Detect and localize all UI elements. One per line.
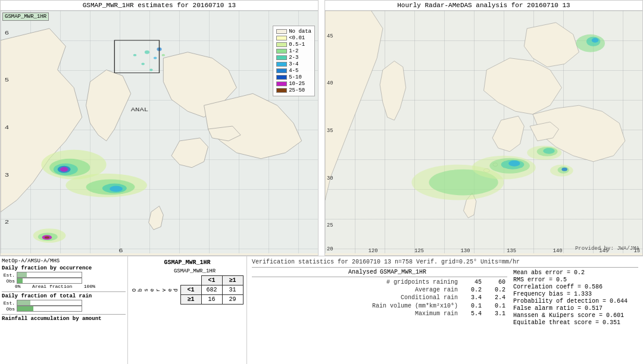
svg-point-46 xyxy=(561,168,567,171)
right-map-title: Hourly Radar-AMeDAS analysis for 2016071… xyxy=(325,1,642,11)
legend-item-1025: 10-25 xyxy=(276,81,311,87)
bar-track-est2 xyxy=(17,300,82,306)
svg-text:2: 2 xyxy=(5,219,9,225)
stat-mean-abs-error: Mean abs error = 0.2 xyxy=(513,269,638,276)
contingency-cell-22: 29 xyxy=(222,295,243,305)
xaxis-end-1: 100% xyxy=(84,284,95,289)
stats-row-maxrain: Maximum rain 5.4 3.1 xyxy=(252,310,507,318)
legend-item-510: 5-10 xyxy=(276,74,311,80)
stats-col-gsmap: GSMAP_MWR_1HR xyxy=(380,269,416,275)
gsmap-tag: GSMAP_MWR_1HR xyxy=(2,12,49,21)
legend-color-001 xyxy=(276,36,287,40)
stats-left-section: Analysed GSMAP_MWR_1HR # gridpoints rain… xyxy=(252,269,507,327)
chart-total-rain: Daily fraction of total rain Est. Obs xyxy=(2,293,126,312)
stats-val1-avgrain: 0.2 xyxy=(460,286,483,294)
left-map-content: 6 5 4 3 2 6 ANAL GSMAP_MWR_1HR xyxy=(1,11,318,253)
stats-label-maxrain: Maximum rain xyxy=(252,310,460,318)
svg-text:25: 25 xyxy=(327,222,333,228)
svg-text:140: 140 xyxy=(553,248,563,253)
top-row: GSMAP_MWR_1HR estimates for 20160710 13 xyxy=(0,0,643,256)
stats-row-gridpoints: # gridpoints raining 45 60 xyxy=(252,278,507,286)
contingency-row-header-1: <1 xyxy=(180,285,201,295)
legend-color-nodata xyxy=(276,29,287,34)
svg-text:45: 45 xyxy=(327,33,333,39)
svg-text:20: 20 xyxy=(327,246,333,252)
chart2-title: Daily fraction of total rain xyxy=(2,293,126,299)
svg-text:6: 6 xyxy=(118,248,123,253)
svg-point-34 xyxy=(592,38,599,43)
legend-label-12: 1-2 xyxy=(289,48,298,54)
contingency-wrapper: GSMAP_MWR_1HR Observed <1 ≥1 <1 682 xyxy=(131,268,244,305)
chart1-title: Daily fraction by occurrence xyxy=(2,265,126,271)
bar-row-obs1: Obs xyxy=(2,278,126,284)
verification-header: Verification statistics for 20160710 13 … xyxy=(252,259,638,265)
stats-label-avgrain: Average rain xyxy=(252,286,460,294)
left-map-title: GSMAP_MWR_1HR estimates for 20160710 13 xyxy=(1,1,318,11)
stats-row-condrain: Conditional rain 3.4 2.4 xyxy=(252,294,507,302)
stat-equitable-threat: Equitable threat score = 0.351 xyxy=(513,319,638,326)
stats-divider xyxy=(252,267,638,268)
bar-row-est1: Est. xyxy=(2,272,126,278)
stats-label-gridpoints: # gridpoints raining xyxy=(252,278,460,286)
legend-item-nodata: No data xyxy=(276,29,311,34)
legend-label-510: 5-10 xyxy=(289,74,302,80)
contingency-header-row: <1 ≥1 xyxy=(180,276,243,285)
right-map-svg: 45 40 35 30 25 20 120 125 130 135 140 14… xyxy=(325,11,642,253)
xaxis-labels-1: 0% Areal fraction 100% xyxy=(15,284,95,289)
contingency-col-header-1: <1 xyxy=(201,276,222,285)
bar-fill-est1 xyxy=(17,272,27,277)
divider-2 xyxy=(2,314,126,315)
legend-item-12: 1-2 xyxy=(276,48,311,54)
svg-text:40: 40 xyxy=(327,80,333,86)
bar-fill-obs2 xyxy=(17,306,33,311)
chart-occurrence: Daily fraction by occurrence Est. Obs 0%… xyxy=(2,265,126,289)
stats-val2-avgrain: 0.2 xyxy=(483,286,507,294)
legend-label-05: 0.5-1 xyxy=(289,42,305,48)
legend-item-2550: 25-50 xyxy=(276,87,311,93)
svg-point-5 xyxy=(149,69,152,71)
left-map-svg: 6 5 4 3 2 6 ANAL xyxy=(1,11,318,253)
legend-item-45: 4-5 xyxy=(276,68,311,74)
stats-right-section: Mean abs error = 0.2 RMS error = 0.5 Cor… xyxy=(513,269,638,327)
stats-val1-maxrain: 5.4 xyxy=(460,310,483,318)
bar-track-est1 xyxy=(17,272,82,278)
bar-fill-est2 xyxy=(17,300,30,305)
bottom-stats-panel: Verification statistics for 20160710 13 … xyxy=(247,256,643,364)
stat-corr-coeff: Correlation coeff = 0.586 xyxy=(513,284,638,290)
legend-item-34: 3-4 xyxy=(276,61,311,67)
legend-color-05 xyxy=(276,42,287,47)
stats-main-table: # gridpoints raining 45 60 Average rain … xyxy=(252,278,507,318)
legend-color-34 xyxy=(276,62,287,67)
bar-track-obs2 xyxy=(17,306,82,312)
svg-point-40 xyxy=(508,161,520,167)
legend-label-34: 3-4 xyxy=(289,61,298,67)
observed-vertical-label: Observed xyxy=(132,288,179,291)
svg-text:130: 130 xyxy=(461,248,470,253)
contingency-title: GSMAP_MWR_1HR xyxy=(131,259,244,266)
svg-point-1 xyxy=(145,51,149,54)
right-map-panel: Hourly Radar-AMeDAS analysis for 2016071… xyxy=(324,0,643,256)
legend-label-45: 4-5 xyxy=(289,68,298,74)
legend-color-510 xyxy=(276,75,287,80)
provided-by-label: Provided by: JWA/JMA xyxy=(575,246,639,252)
contingency-inner: Observed <1 ≥1 <1 682 31 xyxy=(132,275,244,305)
stat-false-alarm-ratio: False alarm ratio = 0.517 xyxy=(513,305,638,312)
svg-point-43 xyxy=(543,148,554,154)
stats-row-avgrain: Average rain 0.2 0.2 xyxy=(252,286,507,294)
legend-item-05: 0.5-1 xyxy=(276,42,311,48)
legend-color-2550 xyxy=(276,88,287,93)
svg-point-3 xyxy=(141,63,144,65)
legend-label-2550: 25-50 xyxy=(289,87,305,93)
stats-label-condrain: Conditional rain xyxy=(252,294,460,302)
bottom-row: MetOp-A/AMSU-A/MHS Daily fraction by occ… xyxy=(0,256,643,364)
stat-prob-detection: Probability of detection = 0.644 xyxy=(513,298,638,305)
divider-1 xyxy=(2,291,126,292)
right-map-content: 45 40 35 30 25 20 120 125 130 135 140 14… xyxy=(325,11,642,253)
svg-text:3: 3 xyxy=(5,172,9,178)
left-map-panel: GSMAP_MWR_1HR estimates for 20160710 13 xyxy=(0,0,319,256)
legend-color-1025 xyxy=(276,81,287,86)
legend-item-23: 2-3 xyxy=(276,55,311,61)
svg-point-16 xyxy=(110,186,123,192)
xaxis-mid-1: Areal fraction xyxy=(32,284,72,289)
contingency-cell-12: 31 xyxy=(222,285,243,295)
